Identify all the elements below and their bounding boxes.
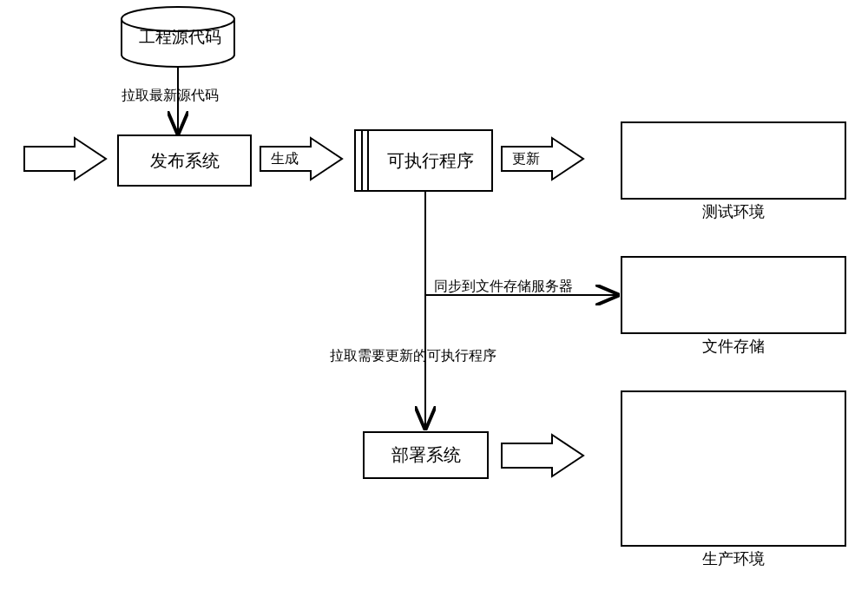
edge-label-update: 更新 (512, 150, 540, 168)
publish-system-box: 发布系统 (117, 134, 252, 187)
edge-label-sync-to-file-server: 同步到文件存储服务器 (434, 278, 573, 296)
source-code-label: 工程源代码 (139, 26, 221, 49)
arrow-entry (24, 138, 106, 180)
edge-label-pull-latest-source: 拉取最新源代码 (122, 87, 219, 105)
test-env-label: 测试环境 (621, 201, 846, 222)
test-env-container (621, 121, 846, 200)
deploy-system-label: 部署系统 (391, 443, 461, 467)
deploy-system-box: 部署系统 (363, 431, 489, 479)
file-storage-container (621, 256, 846, 334)
publish-system-label: 发布系统 (150, 149, 220, 173)
edge-label-generate: 生成 (271, 150, 299, 168)
executable-label: 可执行程序 (387, 149, 474, 173)
file-storage-label: 文件存储 (621, 336, 846, 357)
edge-label-pull-executable: 拉取需要更新的可执行程序 (330, 347, 496, 365)
diagram-canvas: 工程源代码 拉取最新源代码 发布系统 生成 可执行程序 更新 同步到文件存储服务… (0, 0, 868, 597)
executable-box: 可执行程序 (354, 129, 493, 192)
arrow-deploy-to-prod (502, 435, 583, 476)
prod-env-label: 生产环境 (621, 548, 846, 569)
prod-env-container (621, 390, 846, 547)
